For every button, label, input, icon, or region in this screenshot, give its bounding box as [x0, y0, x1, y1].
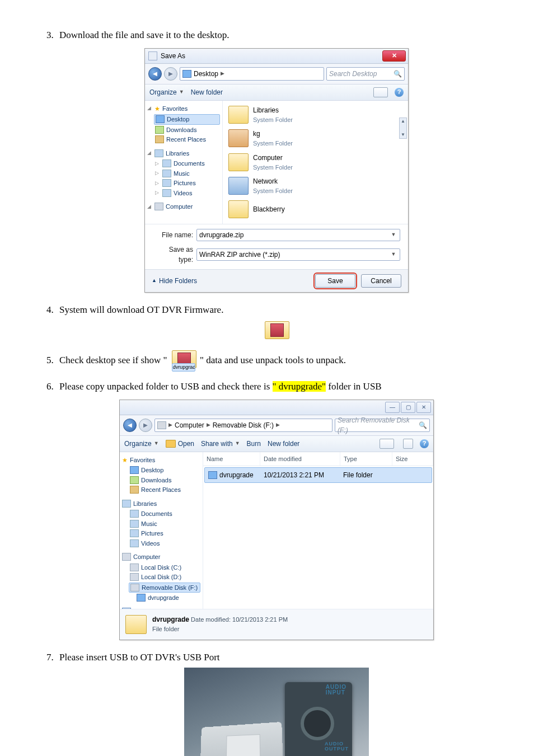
nav-recent-places[interactable]: Recent Places: [155, 135, 220, 144]
nav-local-c[interactable]: Local Disk (C:): [130, 563, 200, 572]
chevron-right-icon: ▶: [221, 70, 224, 78]
folder-icon: [125, 615, 147, 634]
nav-local-d[interactable]: Local Disk (D:): [130, 572, 200, 582]
nav-libraries[interactable]: Libraries: [166, 149, 189, 158]
path-box[interactable]: Desktop ▶: [180, 67, 324, 81]
search-input[interactable]: Search Desktop 🔍: [326, 67, 405, 81]
address-bar: ◄ ► ▶ Computer ▶ Removable Disk (F:) ▶ S…: [120, 415, 433, 436]
forward-button[interactable]: ►: [139, 419, 152, 432]
nav-removable-f[interactable]: Removable Disk (F:): [129, 583, 200, 593]
computer-icon: [122, 553, 131, 561]
step-6-text-a: Please copy unpacked folder to USB and c…: [59, 381, 273, 392]
list-row-dvrupgrade[interactable]: dvrupgrade 10/21/2013 2:21 PM File folde…: [204, 467, 432, 483]
window-icon: [148, 51, 157, 60]
step-7-text: Please insert USB to OT DVR's USB Port: [59, 652, 220, 663]
search-placeholder: Search Desktop: [329, 69, 377, 79]
open-button[interactable]: Open: [166, 439, 194, 449]
item-computer[interactable]: ComputerSystem Folder: [228, 153, 402, 172]
list-header[interactable]: Name Date modified Type Size: [203, 452, 433, 467]
help-icon[interactable]: ?: [395, 88, 404, 97]
close-button[interactable]: ✕: [416, 402, 431, 413]
nav-downloads[interactable]: Downloads: [130, 476, 200, 485]
nav-computer[interactable]: Computer: [166, 202, 193, 212]
nav-desktop[interactable]: Desktop: [154, 114, 220, 125]
new-folder-button[interactable]: New folder: [268, 439, 299, 449]
path-box[interactable]: ▶ Computer ▶ Removable Disk (F:) ▶: [154, 419, 332, 432]
nav-favorites[interactable]: Favorites: [130, 456, 155, 465]
preview-pane-button[interactable]: [403, 439, 413, 449]
desktop-dvrupgrade-icon: dvrupgrad...: [172, 350, 195, 372]
save-as-dialog: Save As ✕ ◄ ► Desktop ▶ Search Desktop 🔍…: [144, 48, 409, 293]
nav-pictures[interactable]: ▷Pictures: [155, 179, 220, 188]
savetype-combo[interactable]: WinRAR ZIP archive (*.zip)▼: [196, 248, 400, 261]
path-segment: Desktop: [194, 69, 218, 79]
nav-dvrupgrade[interactable]: dvrupgrade: [137, 593, 200, 603]
item-user[interactable]: kgSystem Folder: [228, 129, 402, 148]
savetype-label: Save as type:: [153, 245, 193, 265]
search-placeholder: Search Removable Disk (F:): [338, 415, 419, 435]
share-with-button[interactable]: Share with ▼: [201, 439, 240, 449]
star-icon: ★: [154, 104, 160, 114]
nav-network[interactable]: Network: [133, 607, 156, 609]
back-button[interactable]: ◄: [148, 67, 162, 81]
search-icon: 🔍: [394, 69, 402, 79]
forward-button[interactable]: ►: [164, 67, 177, 81]
toolbar: Organize ▼ New folder ?: [145, 84, 408, 101]
titlebar: Save As ✕: [145, 49, 408, 64]
nav-videos[interactable]: ▷Videos: [155, 189, 220, 198]
organize-button[interactable]: Organize ▼: [124, 439, 159, 449]
minimize-button[interactable]: —: [385, 402, 400, 413]
col-type: Type: [340, 452, 392, 466]
search-input[interactable]: Search Removable Disk (F:) 🔍: [335, 419, 430, 432]
nav-pictures[interactable]: Pictures: [130, 529, 200, 538]
cancel-button[interactable]: Cancel: [361, 274, 401, 288]
nav-videos[interactable]: Videos: [130, 539, 200, 548]
filename-input[interactable]: dvrupgrade.zip▼: [196, 229, 400, 241]
computer-icon: [154, 203, 163, 210]
nav-desktop[interactable]: Desktop: [130, 466, 200, 475]
address-bar: ◄ ► Desktop ▶ Search Desktop 🔍: [145, 64, 408, 84]
save-fields: File name: dvrupgrade.zip▼ Save as type:…: [145, 224, 408, 269]
nav-libraries[interactable]: Libraries: [133, 499, 157, 509]
content-pane: Name Date modified Type Size dvrupgrade …: [203, 452, 433, 609]
hide-folders-link[interactable]: ▲ Hide Folders: [152, 276, 197, 286]
path-computer: Computer: [175, 420, 204, 430]
step-3-text: Download the file and save it to the des…: [59, 30, 229, 40]
close-button[interactable]: ✕: [382, 50, 406, 62]
step-5-text-b: " data and use unpack tools to unpack.: [200, 355, 346, 365]
view-options-button[interactable]: [373, 87, 388, 97]
organize-button[interactable]: Organize ▼: [149, 87, 184, 97]
nav-recent[interactable]: Recent Places: [130, 485, 200, 495]
step-4-text: System will download OT DVR Firmware.: [59, 304, 223, 315]
back-button[interactable]: ◄: [123, 419, 137, 432]
network-icon: [122, 608, 131, 609]
maximize-button[interactable]: ▢: [401, 402, 415, 413]
path-removable: Removable Disk (F:): [213, 420, 274, 430]
new-folder-button[interactable]: New folder: [191, 87, 223, 97]
explorer-window: — ▢ ✕ ◄ ► ▶ Computer ▶ Removable Disk (F…: [119, 400, 434, 640]
view-options-button[interactable]: [380, 439, 394, 449]
nav-computer[interactable]: Computer: [133, 552, 160, 562]
desktop-icon: [182, 70, 191, 78]
toolbar: Organize ▼ Open Share with ▼ Burn New fo…: [120, 436, 433, 452]
help-icon[interactable]: ?: [420, 439, 429, 448]
star-icon: ★: [122, 456, 128, 465]
nav-favorites[interactable]: Favorites: [162, 104, 188, 114]
item-blackberry[interactable]: Blackberry: [228, 200, 402, 218]
scrollbar[interactable]: ▲▼: [399, 118, 407, 139]
titlebar: — ▢ ✕: [120, 400, 433, 415]
folder-icon: [208, 471, 217, 479]
drive-icon: [157, 421, 166, 429]
item-network[interactable]: NetworkSystem Folder: [228, 176, 402, 196]
libraries-icon: [154, 149, 163, 157]
burn-button[interactable]: Burn: [247, 439, 261, 449]
nav-music[interactable]: Music: [130, 519, 200, 529]
nav-downloads[interactable]: Downloads: [155, 125, 220, 135]
col-date: Date modified: [260, 452, 340, 466]
nav-music[interactable]: ▷Music: [155, 169, 220, 179]
nav-documents[interactable]: Documents: [130, 509, 200, 519]
nav-documents[interactable]: ▷Documents: [155, 159, 220, 168]
dialog-buttons: ▲ Hide Folders Save Cancel: [145, 269, 408, 292]
save-button[interactable]: Save: [315, 274, 355, 288]
item-libraries[interactable]: LibrariesSystem Folder: [228, 105, 402, 125]
